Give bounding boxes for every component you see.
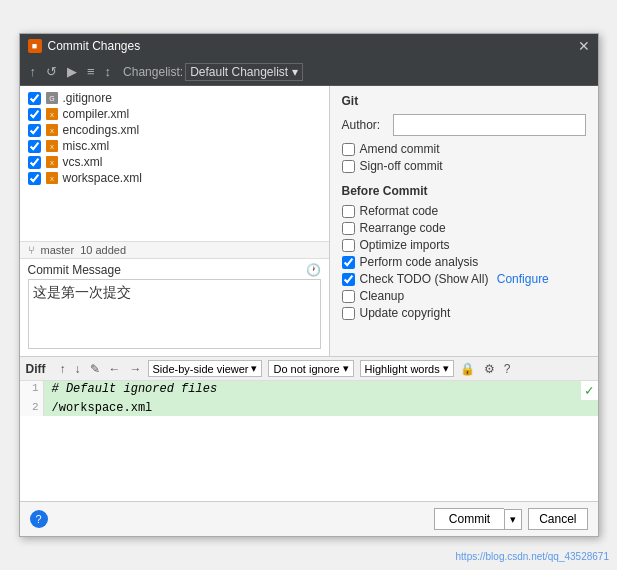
update-copyright-checkbox[interactable] bbox=[342, 307, 355, 320]
branch-icon: ⑂ bbox=[28, 244, 35, 256]
misc-icon: X bbox=[45, 139, 59, 153]
left-panel: G .gitignore X compiler.xml bbox=[20, 86, 330, 356]
file-name-workspace: workspace.xml bbox=[63, 171, 142, 185]
file-item-gitignore[interactable]: G .gitignore bbox=[20, 90, 329, 106]
close-button[interactable]: ✕ bbox=[578, 38, 590, 54]
diff-help-btn[interactable]: ? bbox=[501, 361, 514, 377]
footer-bar: ? Commit ▾ Cancel bbox=[20, 501, 598, 536]
optimize-row: Optimize imports bbox=[342, 238, 586, 252]
commit-dropdown-button[interactable]: ▾ bbox=[504, 509, 522, 530]
diff-down-btn[interactable]: ↓ bbox=[72, 361, 84, 377]
help-button[interactable]: ? bbox=[30, 510, 48, 528]
toolbar-refresh[interactable]: ↺ bbox=[42, 62, 61, 81]
configure-link[interactable]: Configure bbox=[497, 272, 549, 286]
author-input[interactable] bbox=[393, 114, 586, 136]
footer-right: Commit ▾ Cancel bbox=[434, 508, 588, 530]
commit-message-input[interactable]: 这是第一次提交 bbox=[28, 279, 321, 349]
changelist-label: Changelist: bbox=[123, 65, 183, 79]
svg-text:G: G bbox=[49, 95, 54, 102]
highlight-dropdown[interactable]: Highlight words ▾ bbox=[360, 360, 454, 377]
commit-message-label: Commit Message bbox=[28, 263, 121, 277]
svg-text:X: X bbox=[49, 112, 53, 118]
clock-icon: 🕐 bbox=[306, 263, 321, 277]
signoff-commit-label: Sign-off commit bbox=[360, 159, 443, 173]
commit-message-section: Commit Message 🕐 这是第一次提交 bbox=[20, 258, 329, 356]
git-section-title: Git bbox=[342, 94, 586, 108]
line-content-2: /workspace.xml bbox=[44, 400, 598, 416]
rearrange-checkbox[interactable] bbox=[342, 222, 355, 235]
file-item-workspace[interactable]: X workspace.xml bbox=[20, 170, 329, 186]
file-list: G .gitignore X compiler.xml bbox=[20, 86, 329, 241]
diff-content: 1 # Default ignored files ✓ 2 /workspace… bbox=[20, 381, 598, 501]
signoff-commit-checkbox[interactable] bbox=[342, 160, 355, 173]
amend-commit-checkbox[interactable] bbox=[342, 143, 355, 156]
update-copyright-row: Update copyright bbox=[342, 306, 586, 320]
check-todo-row: Check TODO (Show All) Configure bbox=[342, 272, 586, 286]
commit-message-header: Commit Message 🕐 bbox=[28, 263, 321, 277]
viewer-dropdown[interactable]: Side-by-side viewer ▾ bbox=[148, 360, 263, 377]
file-checkbox-gitignore[interactable] bbox=[28, 92, 41, 105]
viewer-chevron: ▾ bbox=[251, 362, 257, 375]
diff-up-btn[interactable]: ↑ bbox=[57, 361, 69, 377]
toolbar-arrow-up[interactable]: ↑ bbox=[26, 62, 41, 81]
file-checkbox-encodings[interactable] bbox=[28, 124, 41, 137]
optimize-label: Optimize imports bbox=[360, 238, 450, 252]
author-label: Author: bbox=[342, 118, 387, 132]
commit-btn-group: Commit ▾ bbox=[434, 508, 522, 530]
encodings-icon: X bbox=[45, 123, 59, 137]
lock-icon-btn[interactable]: 🔒 bbox=[457, 361, 478, 377]
line-num-2: 2 bbox=[20, 400, 44, 416]
line-content-1: # Default ignored files bbox=[44, 381, 582, 400]
author-row: Author: bbox=[342, 114, 586, 136]
file-name-vcs: vcs.xml bbox=[63, 155, 103, 169]
before-commit-section: Before Commit Reformat code Rearrange co… bbox=[342, 184, 586, 323]
cleanup-row: Cleanup bbox=[342, 289, 586, 303]
optimize-checkbox[interactable] bbox=[342, 239, 355, 252]
file-item-vcs[interactable]: X vcs.xml bbox=[20, 154, 329, 170]
app-icon: ■ bbox=[28, 39, 42, 53]
reformat-row: Reformat code bbox=[342, 204, 586, 218]
check-todo-label: Check TODO (Show All) bbox=[360, 272, 492, 286]
commit-dialog: ■ Commit Changes ✕ ↑ ↺ ▶ ≡ ↕ Changelist:… bbox=[19, 33, 599, 537]
changelist-dropdown[interactable]: Default Changelist ▾ bbox=[185, 63, 303, 81]
update-copyright-label: Update copyright bbox=[360, 306, 451, 320]
before-commit-title: Before Commit bbox=[342, 184, 586, 198]
added-count: 10 added bbox=[80, 244, 126, 256]
settings-icon-btn[interactable]: ⚙ bbox=[481, 361, 498, 377]
ignore-dropdown[interactable]: Do not ignore ▾ bbox=[268, 360, 353, 377]
commit-button[interactable]: Commit bbox=[434, 508, 504, 530]
toolbar-play[interactable]: ▶ bbox=[63, 62, 81, 81]
toolbar-sort[interactable]: ↕ bbox=[101, 62, 116, 81]
ignore-chevron: ▾ bbox=[343, 362, 349, 375]
ignore-label: Do not ignore bbox=[273, 363, 339, 375]
check-todo-checkbox[interactable] bbox=[342, 273, 355, 286]
file-checkbox-workspace[interactable] bbox=[28, 172, 41, 185]
file-item-misc[interactable]: X misc.xml bbox=[20, 138, 329, 154]
perform-label: Perform code analysis bbox=[360, 255, 479, 269]
file-name-encodings: encodings.xml bbox=[63, 123, 140, 137]
diff-right-btn[interactable]: → bbox=[127, 361, 145, 377]
reformat-label: Reformat code bbox=[360, 204, 439, 218]
diff-line-2: 2 /workspace.xml bbox=[20, 400, 598, 416]
perform-checkbox[interactable] bbox=[342, 256, 355, 269]
svg-text:X: X bbox=[49, 128, 53, 134]
highlight-label: Highlight words bbox=[365, 363, 440, 375]
diff-left-btn[interactable]: ← bbox=[106, 361, 124, 377]
vcs-icon: X bbox=[45, 155, 59, 169]
reformat-checkbox[interactable] bbox=[342, 205, 355, 218]
file-checkbox-compiler[interactable] bbox=[28, 108, 41, 121]
file-item-compiler[interactable]: X compiler.xml bbox=[20, 106, 329, 122]
file-name-compiler: compiler.xml bbox=[63, 107, 130, 121]
diff-edit-btn[interactable]: ✎ bbox=[87, 361, 103, 377]
cleanup-checkbox[interactable] bbox=[342, 290, 355, 303]
file-checkbox-vcs[interactable] bbox=[28, 156, 41, 169]
file-name-gitignore: .gitignore bbox=[63, 91, 112, 105]
gitignore-icon: G bbox=[45, 91, 59, 105]
diff-header: Diff ↑ ↓ ✎ ← → Side-by-side viewer ▾ Do … bbox=[20, 357, 598, 381]
cancel-button[interactable]: Cancel bbox=[528, 508, 587, 530]
toolbar-menu[interactable]: ≡ bbox=[83, 62, 99, 81]
branch-name: master bbox=[41, 244, 75, 256]
status-bar: ⑂ master 10 added bbox=[20, 241, 329, 258]
file-checkbox-misc[interactable] bbox=[28, 140, 41, 153]
file-item-encodings[interactable]: X encodings.xml bbox=[20, 122, 329, 138]
